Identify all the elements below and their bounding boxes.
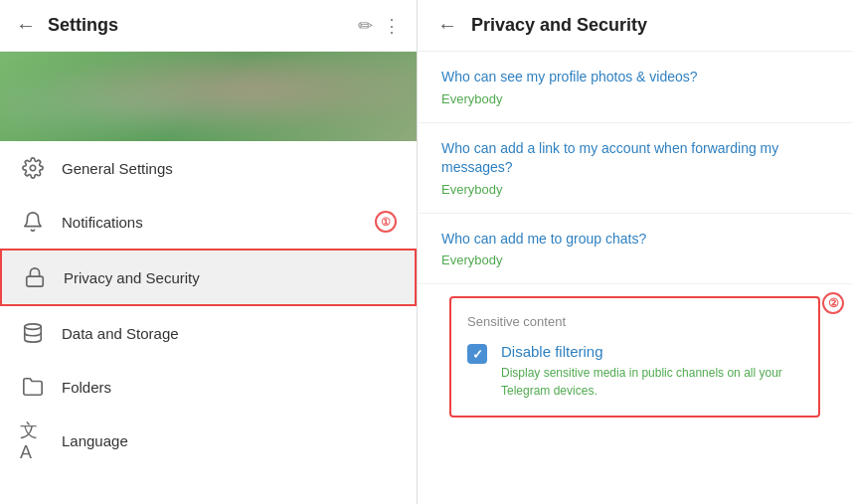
sensitive-text: Disable filtering Display sensitive medi… [501,343,802,400]
notifications-badge: ① [375,211,397,233]
nav-items: General Settings Notifications ① Privacy… [0,141,417,504]
answer-1: Everybody [441,182,828,197]
profile-banner-blur [0,52,417,141]
sensitive-title: Sensitive content [467,314,802,329]
sensitive-wrapper: ② Sensitive content Disable filtering Di… [418,284,852,418]
back-button[interactable]: ← [16,14,36,37]
lock-icon [22,264,48,290]
sidebar-item-notifications[interactable]: Notifications ① [0,195,417,249]
svg-rect-0 [27,276,44,286]
general-settings-label: General Settings [62,160,173,177]
sensitive-badge: ② [822,292,844,314]
sidebar-item-data[interactable]: Data and Storage [0,306,417,360]
sidebar-item-language[interactable]: 文A Language [0,414,417,467]
sensitive-section: Sensitive content Disable filtering Disp… [449,296,820,418]
right-panel: ← Privacy and Security Who can see my pr… [418,0,852,504]
folders-label: Folders [62,379,111,396]
bell-icon [20,209,46,235]
disable-filtering-label: Disable filtering [501,343,802,360]
privacy-settings-section: Who can see my profile photos & videos? … [418,52,852,284]
question-2: Who can add me to group chats? [441,230,828,250]
answer-0: Everybody [441,91,828,106]
translate-icon: 文A [20,427,46,453]
edit-button[interactable]: ✏ [358,15,373,37]
database-icon [20,320,46,346]
right-back-button[interactable]: ← [437,14,457,37]
question-1: Who can add a link to my account when fo… [441,139,828,178]
sensitive-item: Disable filtering Display sensitive medi… [467,343,802,400]
setting-item-0[interactable]: Who can see my profile photos & videos? … [418,52,852,123]
sidebar-item-folders[interactable]: Folders [0,360,417,414]
folder-icon [20,374,46,400]
language-label: Language [62,432,128,449]
disable-filtering-desc: Display sensitive media in public channe… [501,364,802,400]
profile-banner [0,52,417,141]
disable-filtering-checkbox[interactable] [467,344,487,364]
question-0: Who can see my profile photos & videos? [441,68,828,87]
right-content: Who can see my profile photos & videos? … [418,52,852,504]
setting-item-2[interactable]: Who can add me to group chats? Everybody [418,214,852,285]
sidebar-item-privacy[interactable]: Privacy and Security [0,249,417,306]
sidebar-item-general[interactable]: General Settings [0,141,417,195]
privacy-label: Privacy and Security [64,269,200,286]
data-storage-label: Data and Storage [62,325,179,342]
answer-2: Everybody [441,252,828,267]
svg-point-1 [25,324,42,330]
left-panel: ← Settings ✏ ⋮ General Settings Notifica… [0,0,418,504]
gear-icon [20,155,46,181]
settings-title: Settings [48,15,348,36]
notifications-label: Notifications [62,214,143,231]
right-header: ← Privacy and Security [418,0,852,52]
setting-item-1[interactable]: Who can add a link to my account when fo… [418,123,852,214]
left-header: ← Settings ✏ ⋮ [0,0,417,52]
more-button[interactable]: ⋮ [383,15,401,37]
right-title: Privacy and Security [471,15,647,36]
